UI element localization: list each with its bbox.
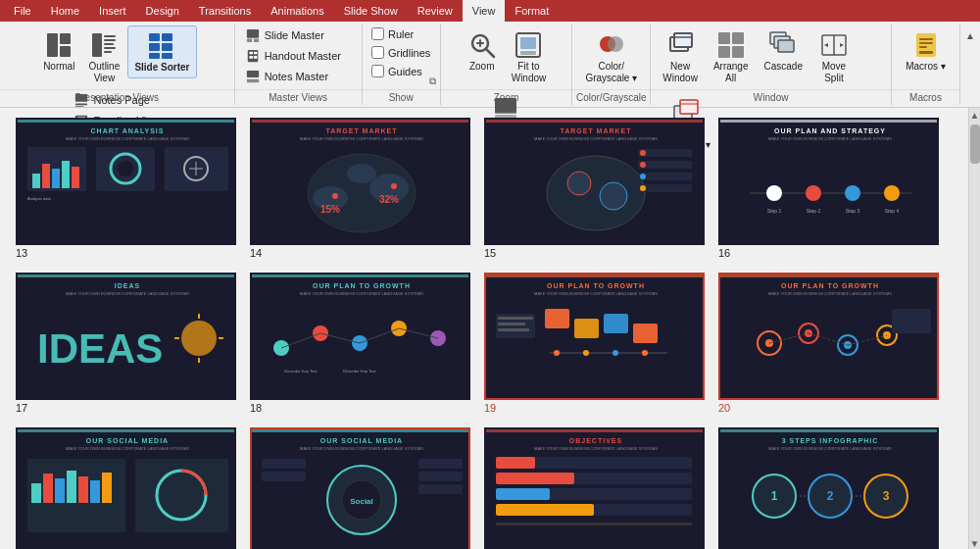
svg-rect-23 [247,39,252,43]
gridlines-checkbox-item[interactable]: Gridlines [368,44,434,61]
slide-thumb-14[interactable]: TARGET MARKET MAKE YOUR OWN BUSINESS COR… [250,118,470,245]
svg-text:Describe Your Text: Describe Your Text [343,369,376,374]
svg-rect-156 [633,324,658,343]
svg-rect-67 [18,120,236,123]
svg-rect-49 [718,46,730,58]
normal-view-button[interactable]: Normal [37,25,80,76]
tab-review[interactable]: Review [408,0,463,22]
color-grayscale-button[interactable]: Color/Grayscale ▾ [579,25,643,88]
group-window: NewWindow ArrangeAll [651,24,892,105]
svg-rect-7 [104,47,116,49]
slide-sorter-button[interactable]: Slide Sorter [127,25,196,78]
arrange-all-button[interactable]: ArrangeAll [708,25,755,88]
svg-rect-163 [498,317,533,320]
svg-rect-48 [732,32,744,44]
move-split-button[interactable]: MoveSplit [812,25,856,88]
tab-insert[interactable]: Insert [89,0,136,22]
gridlines-checkbox[interactable] [371,46,384,59]
scroll-down-button[interactable]: ▼ [970,538,980,549]
new-window-button[interactable]: NewWindow [657,25,704,88]
slide-thumb-24[interactable]: 3 STEPS INFOGRAPHIC MAKE YOUR OWN BUSINE… [718,427,939,549]
notes-master-button[interactable]: Notes Master [241,67,332,86]
svg-rect-189 [43,474,53,503]
arrange-all-icon [715,29,747,61]
svg-rect-222 [720,429,939,432]
tab-format[interactable]: Format [505,0,559,22]
svg-rect-50 [732,46,744,58]
tab-animations[interactable]: Animations [261,0,333,22]
scroll-up-button[interactable]: ▲ [970,110,980,121]
slide-thumb-20[interactable]: OUR PLAN TO GROWTH MAKE YOUR OWN BUSINES… [718,273,939,400]
svg-rect-26 [249,52,253,55]
svg-text:MAKE YOUR OWN BUSINESS CORPORA: MAKE YOUR OWN BUSINESS CORPORATE LANGUAG… [768,291,892,296]
svg-text:15%: 15% [320,204,340,215]
zoom-button[interactable]: Zoom [461,25,504,76]
notes-master-icon [245,69,261,84]
slide-thumb-15[interactable]: TARGET MARKET MAKE YOUR OWN BUSINESS COR… [484,118,705,245]
svg-rect-191 [67,471,76,503]
macros-button[interactable]: Macros ▾ [900,25,952,76]
svg-point-92 [332,193,338,199]
svg-rect-3 [92,33,102,57]
svg-point-110 [640,185,646,191]
svg-text:1: 1 [771,489,778,503]
svg-rect-1 [60,33,71,44]
guides-checkbox-item[interactable]: Guides [368,63,426,79]
tab-view[interactable]: View [463,0,506,22]
tab-home[interactable]: Home [41,0,89,22]
handout-master-label: Handout Master [265,50,341,62]
svg-rect-37 [520,37,536,49]
svg-text:OUR PLAN AND STRATEGY: OUR PLAN AND STRATEGY [774,127,886,134]
svg-rect-53 [778,40,794,52]
show-dialog-launcher[interactable]: ⧉ [429,75,436,87]
tab-slide-show[interactable]: Slide Show [334,0,408,22]
slide-thumb-22[interactable]: OUR SOCIAL MEDIA MAKE YOUR OWN BUSINESS … [250,427,470,549]
svg-rect-28 [249,56,253,59]
tab-file[interactable]: File [4,0,41,22]
show-checkboxes: Ruler Gridlines Guides [368,25,434,93]
svg-rect-75 [52,169,60,188]
outline-view-icon [88,29,120,61]
outline-view-button[interactable]: OutlineView [82,25,125,88]
group-color-label: Color/Grayscale [572,89,650,103]
svg-text:2: 2 [827,489,834,503]
svg-rect-24 [254,39,259,43]
ruler-checkbox[interactable] [371,27,384,40]
scroll-thumb[interactable] [970,125,980,164]
slide-sorter-area[interactable]: CHART ANALYSIS MAKE YOUR OWN BUSINESS CO… [0,108,968,549]
svg-rect-181 [892,309,931,333]
cascade-button[interactable]: Cascade [758,25,808,76]
ruler-checkbox-item[interactable]: Ruler [368,25,417,42]
color-grayscale-icon [596,29,627,61]
svg-point-117 [806,185,821,201]
slide-thumb-18[interactable]: OUR PLAN TO GROWTH MAKE YOUR OWN BUSINES… [250,273,470,400]
svg-text:IDEAS: IDEAS [115,282,140,289]
slide-thumb-23[interactable]: OBJECTIVES MAKE YOUR OWN BUSINESS CORPOR… [484,427,705,549]
arrange-all-label: ArrangeAll [713,61,749,84]
group-macros-label: Macros [892,89,959,103]
svg-line-33 [486,49,494,57]
slide-thumb-17[interactable]: IDEAS MAKE YOUR OWN BUSINESS CORPORATE L… [16,273,236,400]
slide-number-14: 14 [250,247,262,259]
slide-thumb-16[interactable]: OUR PLAN AND STRATEGY MAKE YOUR OWN BUSI… [718,118,939,245]
scrollbar[interactable]: ▲ ▼ [968,108,980,549]
ribbon-collapse-button[interactable]: ▲ [962,27,978,43]
zoom-label: Zoom [469,61,495,73]
tab-design[interactable]: Design [136,0,189,22]
slide-thumb-19[interactable]: OUR PLAN TO GROWTH MAKE YOUR OWN BUSINES… [484,273,705,400]
guides-checkbox[interactable] [371,65,384,77]
fit-to-window-button[interactable]: Fit toWindow [506,25,553,88]
svg-text:MAKE YOUR OWN BUSINESS CORPORA: MAKE YOUR OWN BUSINESS CORPORATE LANGUAG… [66,136,189,141]
handout-master-button[interactable]: Handout Master [241,46,345,66]
guides-label: Guides [388,66,422,77]
tab-transitions[interactable]: Transitions [189,0,261,22]
slide-item-20: OUR PLAN TO GROWTH MAKE YOUR OWN BUSINES… [718,273,939,414]
move-split-label: MoveSplit [822,61,846,84]
svg-rect-45 [674,33,692,47]
slide-master-button[interactable]: Slide Master [241,25,328,45]
slide-thumb-13[interactable]: CHART ANALYSIS MAKE YOUR OWN BUSINESS CO… [16,118,236,245]
svg-rect-85 [252,120,470,123]
slide-thumb-21[interactable]: OUR SOCIAL MEDIA MAKE YOUR OWN BUSINESS … [16,427,236,549]
svg-text:Step 4: Step 4 [885,208,900,214]
svg-text:OUR SOCIAL MEDIA: OUR SOCIAL MEDIA [86,437,169,444]
